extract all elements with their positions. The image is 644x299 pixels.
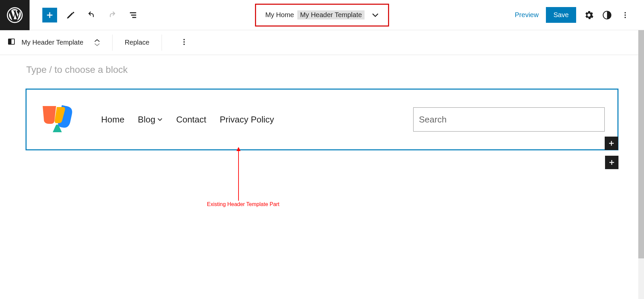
search-input[interactable]: Search — [413, 107, 605, 132]
site-logo[interactable] — [39, 104, 86, 135]
preview-button[interactable]: Preview — [515, 11, 539, 19]
top-toolbar: My Home My Header Template Preview Save — [0, 0, 644, 30]
chevron-down-icon — [94, 43, 100, 47]
block-appender-placeholder[interactable]: Type / to choose a block — [26, 58, 618, 89]
header-template-part-block[interactable]: Home Blog Contact Privacy Policy Search — [26, 89, 618, 150]
list-view-icon — [128, 10, 138, 20]
edit-tool-button[interactable] — [63, 8, 78, 22]
annotation-arrow — [235, 147, 242, 157]
plus-icon — [45, 10, 54, 20]
more-vertical-icon — [180, 38, 188, 46]
navigation-menu: Home Blog Contact Privacy Policy — [101, 114, 274, 125]
template-block-indicator[interactable]: My Header Template — [7, 38, 100, 47]
chevron-down-icon — [157, 118, 163, 121]
scrollbar[interactable] — [638, 30, 644, 157]
template-icon — [7, 38, 15, 47]
template-name-badge: My Header Template — [297, 10, 364, 19]
tool-group-left — [30, 8, 140, 22]
chevron-up-icon — [94, 39, 100, 43]
template-label-text: My Header Template — [22, 39, 83, 46]
styles-button[interactable] — [602, 10, 612, 20]
nav-item-home[interactable]: Home — [101, 114, 124, 125]
wordpress-logo[interactable] — [0, 0, 30, 30]
wordpress-icon — [7, 7, 23, 23]
nav-item-contact[interactable]: Contact — [176, 114, 206, 125]
block-toolbar: My Header Template Replace — [0, 30, 644, 55]
site-logo-icon — [39, 104, 86, 135]
pencil-icon — [66, 10, 75, 20]
svg-point-9 — [183, 44, 185, 45]
chevron-down-icon — [372, 11, 379, 19]
toolbar-divider — [162, 35, 162, 51]
nav-item-blog[interactable]: Blog — [138, 114, 163, 125]
more-vertical-icon — [621, 11, 629, 19]
search-placeholder: Search — [419, 114, 446, 125]
document-title-area[interactable]: My Home My Header Template — [255, 4, 389, 27]
tool-group-right: Preview Save — [515, 7, 644, 23]
gear-icon — [584, 10, 594, 20]
save-button[interactable]: Save — [546, 7, 576, 23]
toolbar-divider — [112, 35, 113, 51]
contrast-icon — [602, 10, 612, 20]
redo-icon — [108, 10, 117, 20]
svg-point-4 — [625, 17, 626, 18]
list-view-button[interactable] — [126, 8, 140, 22]
undo-button[interactable] — [84, 8, 99, 22]
undo-icon — [87, 10, 96, 20]
editor-canvas[interactable]: Type / to choose a block Home Blog Conta… — [0, 55, 644, 157]
page-name-label: My Home — [265, 11, 294, 19]
svg-point-8 — [183, 41, 185, 43]
svg-point-3 — [625, 14, 626, 16]
redo-button[interactable] — [105, 8, 120, 22]
settings-button[interactable] — [584, 10, 594, 20]
options-button[interactable] — [620, 10, 631, 20]
plus-icon — [607, 139, 615, 147]
scrollbar-thumb[interactable] — [638, 30, 644, 157]
add-block-after-button[interactable] — [605, 156, 618, 157]
replace-button[interactable]: Replace — [125, 39, 149, 46]
move-arrows[interactable] — [94, 39, 100, 47]
svg-point-2 — [625, 12, 626, 13]
svg-rect-6 — [8, 39, 11, 44]
svg-point-7 — [183, 39, 185, 40]
nav-item-privacy[interactable]: Privacy Policy — [220, 114, 274, 125]
add-block-inside-button[interactable] — [605, 137, 618, 150]
add-block-button[interactable] — [42, 8, 57, 22]
block-options-button[interactable] — [180, 38, 188, 47]
